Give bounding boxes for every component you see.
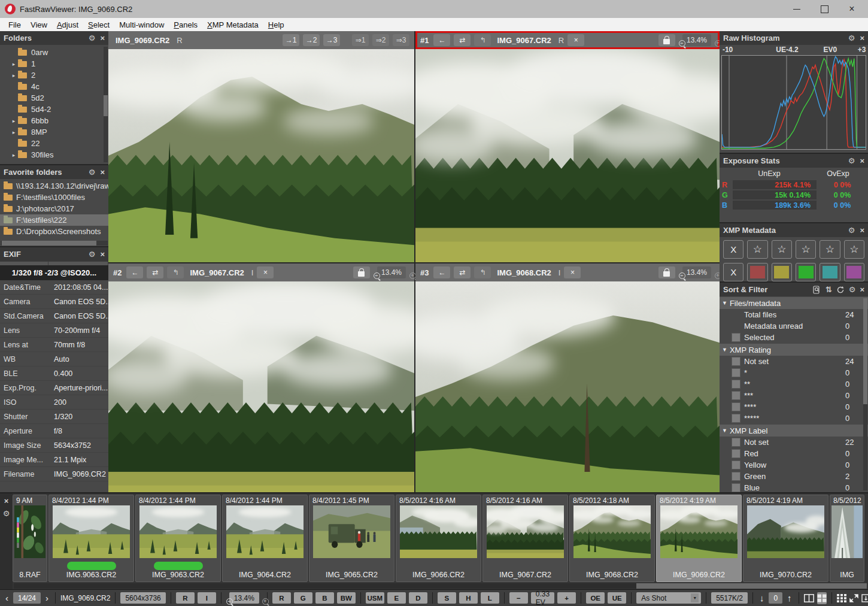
filter-checkbox[interactable] [732,402,740,411]
expand-arrow-icon[interactable]: ▸ [10,129,18,135]
thumbnail-cell[interactable]: 8/4/2012 1:44 PM IMG.9063.CR2 [48,495,134,582]
favorites-scrollbar[interactable] [1,241,108,246]
close-button[interactable]: × [838,0,866,18]
favorite-folder-item[interactable]: J:\photoarc\2017 [0,203,108,214]
swap-pane-button[interactable]: ⇄ [454,34,471,46]
folder-item[interactable]: ▸2 [0,69,108,81]
filter-row[interactable]: ***0 [720,390,868,401]
channel-b-button[interactable]: B [315,592,334,604]
close-icon[interactable]: × [860,286,864,293]
thumbnail-cell[interactable]: 8/5/2012 4:19 AM IMG_9070.CR2 [743,495,828,582]
gear-icon[interactable]: ⚙ [848,226,855,234]
folder-item[interactable]: ▸8MP [0,126,108,138]
white-balance-dropdown[interactable]: As Shot▾ [636,592,701,604]
jump-all-button-1[interactable]: ⇒1 [352,34,369,46]
lock-button[interactable] [658,266,675,278]
folder-item[interactable]: ▸6bbb [0,115,108,126]
ev-decrease-−-button[interactable]: − [509,592,528,604]
refresh-icon[interactable] [836,286,845,294]
fullscreen-icon[interactable] [849,592,858,604]
view-mode-r-button[interactable]: R [176,592,195,604]
favorite-folder-item[interactable]: \\193.124.130.12\drivej\raw [0,180,108,192]
filter-checkbox[interactable] [732,380,740,389]
swap-pane-button[interactable]: ⇄ [454,266,471,278]
processing-usm-button[interactable]: USM [366,592,384,604]
filter-row[interactable]: *0 [720,367,868,378]
prev-file-button[interactable]: ← [433,266,450,278]
thumbnail-cell[interactable]: 8/5/2012 4:16 AM IMG_9067.CR2 [482,495,568,582]
favorite-folder-item[interactable]: F:\testfiles\222 [0,214,108,226]
close-icon[interactable]: × [4,497,9,505]
menu-item-view[interactable]: View [26,20,52,29]
color-label-button-4[interactable] [820,263,840,281]
close-icon[interactable]: × [100,34,105,42]
menu-item-panels[interactable]: Panels [169,20,202,29]
export-icon[interactable] [861,592,868,604]
prev-file-button[interactable]: ← [126,266,143,278]
close-pane-button[interactable]: × [567,34,584,46]
thumbnail-cell[interactable]: 8/4/2012 1:44 PM IMG_9064.CR2 [222,495,308,582]
close-icon[interactable]: × [860,157,864,165]
layout-four-pane-icon[interactable] [817,592,827,604]
gear-icon[interactable]: ⚙ [89,250,96,258]
gear-icon[interactable]: ⚙ [3,510,10,517]
favorite-folder-item[interactable]: F:\testfiles\1000files [0,192,108,203]
filter-row[interactable]: Blue0 [720,482,868,492]
star-rating-button-2[interactable]: ☆ [772,240,792,259]
star-rating-button-3[interactable]: ☆ [796,240,816,259]
channel-bw-button[interactable]: BW [337,592,356,604]
folder-item[interactable]: ▸30files [0,149,108,160]
shadow-highlight-l-button[interactable]: L [481,592,499,604]
minimize-button[interactable] [783,0,811,18]
close-icon[interactable]: × [860,34,864,42]
filter-checkbox[interactable] [732,414,740,423]
thumbnail-cell[interactable]: 8/4/2012 1:44 PM IMG_9063.CR2 [135,495,221,582]
jump-all-button-2[interactable]: ⇒2 [372,34,389,46]
menu-item-file[interactable]: File [4,20,26,29]
favorite-folder-item[interactable]: D:\Dropbox\Screenshots [0,226,108,237]
prev-file-button[interactable]: ‹ [4,593,10,603]
filter-checkbox[interactable] [732,483,740,492]
color-label-button-5[interactable] [844,263,864,281]
return-file-button[interactable]: ↰ [474,34,491,46]
filter-checkbox[interactable] [732,460,740,469]
underexposure-ue-button[interactable]: UE [608,592,626,604]
close-icon[interactable]: × [100,250,105,258]
close-pane-button[interactable]: × [564,266,581,278]
shadow-highlight-s-button[interactable]: S [438,592,456,604]
pane-photo[interactable] [415,281,720,492]
filter-row[interactable]: Not set24 [720,356,868,367]
return-file-button[interactable]: ↰ [167,266,184,278]
filter-row[interactable]: Yellow0 [720,459,868,471]
menu-item-xmp-metadata[interactable]: XMP Metadata [202,20,263,29]
filter-section-header[interactable]: ▼Files/metadata [720,297,868,309]
folder-item[interactable]: 5d2 [0,92,108,104]
menu-item-multi-window[interactable]: Multi-window [114,20,169,29]
folder-item[interactable]: 22 [0,138,108,149]
thumbnail-cell[interactable]: 8/5/2012 4:18 AM IMG_9068.CR2 [569,495,655,582]
pane-photo[interactable] [108,49,414,262]
jump-all-button-3[interactable]: ⇒3 [393,34,409,46]
thumbnail-cell[interactable]: 8/5/2012 4:16 AM IMG_9066.CR2 [396,495,481,582]
search-metadata-icon[interactable] [813,286,821,294]
filter-checkbox[interactable] [732,438,740,447]
channel-r-button[interactable]: R [272,592,291,604]
pane-photo[interactable] [108,281,414,492]
menu-item-adjust[interactable]: Adjust [52,20,83,29]
filter-row[interactable]: Red0 [720,448,868,459]
thumbnail-cell[interactable]: 8/5/2012 4:19 AM IMG_9069.CR2 [656,495,742,582]
sort-filter-scrollbar[interactable] [863,298,867,490]
return-file-button[interactable]: ↰ [474,266,491,278]
maximize-button[interactable] [811,0,838,18]
gear-icon[interactable]: ⚙ [848,157,855,165]
filter-section-header[interactable]: ▼XMP Label [720,425,868,437]
filter-row[interactable]: Metadata unread0 [720,320,868,332]
close-icon[interactable]: × [100,168,105,176]
rotate-ccw-button[interactable]: ↓ [758,593,766,603]
gear-icon[interactable]: ⚙ [89,34,96,42]
gear-icon[interactable]: ⚙ [849,286,856,293]
color-label-button-2[interactable] [772,263,792,281]
star-rating-button-5[interactable]: ☆ [844,240,864,259]
filter-checkbox[interactable] [732,391,740,400]
folder-item[interactable]: 4c [0,81,108,92]
